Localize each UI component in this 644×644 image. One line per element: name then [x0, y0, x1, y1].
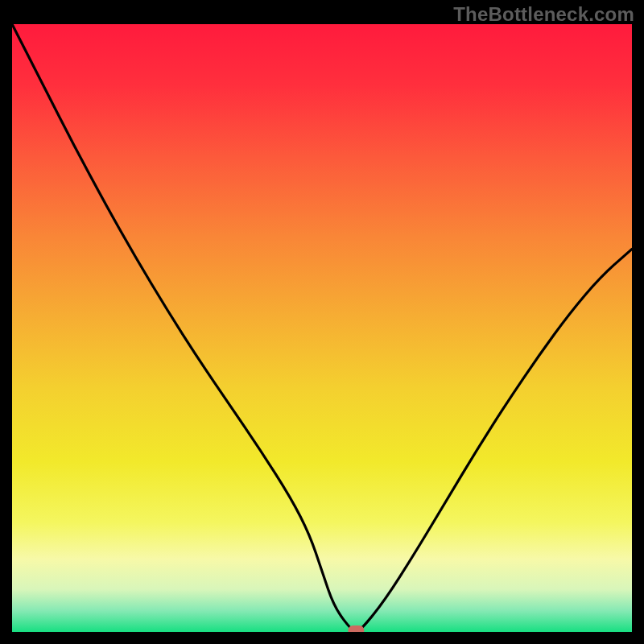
chart-svg [12, 24, 632, 632]
chart-frame: TheBottleneck.com [0, 0, 644, 644]
optimal-point-marker [348, 625, 364, 632]
gradient-background [12, 24, 632, 632]
watermark-text: TheBottleneck.com [453, 3, 634, 26]
plot-area [12, 24, 632, 632]
